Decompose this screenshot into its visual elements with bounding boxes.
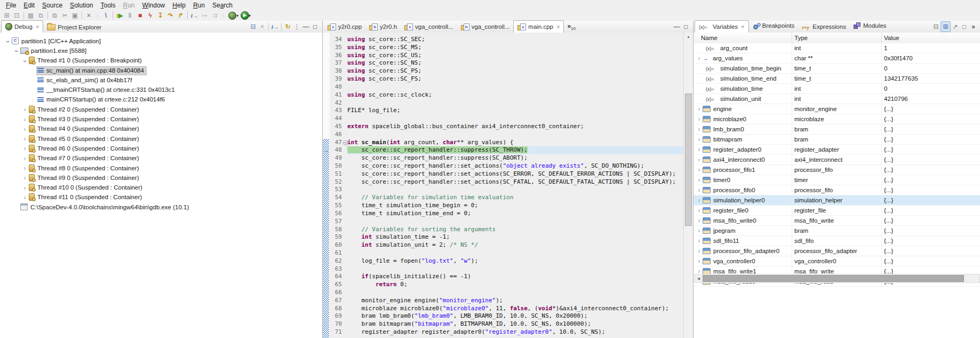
gutter-line[interactable]: 65 [330,281,342,289]
tab-vga-controll[interactable]: vga_controll... [401,21,457,33]
drop-to-frame-icon[interactable]: ↦ [200,11,210,20]
tab-y2r0-cpp[interactable]: y2r0.cpp [324,21,365,33]
code-line[interactable]: using sc_core::SC_PS; [347,67,684,75]
variable-row[interactable]: ›enginemonitor_engine{...} [694,104,980,114]
gutter-line[interactable]: 67 [330,297,342,305]
expander-icon[interactable]: › [696,105,703,113]
expander-icon[interactable]: › [696,176,703,184]
run-icon-dropdown[interactable]: ▾ [249,13,251,18]
close-icon[interactable]: × [741,23,744,30]
tab-overflow-chevron[interactable]: »10 [567,22,576,31]
expander-icon[interactable]: › [696,156,703,163]
code-line[interactable] [347,289,684,297]
close-icon[interactable]: × [556,23,560,30]
open-new-view-icon[interactable]: ↗ [951,22,960,32]
expander-icon[interactable]: › [696,125,703,133]
gutter-line[interactable]: 42 [330,99,342,107]
gutter-line[interactable]: 49 [330,154,342,162]
step-return-icon[interactable]: ↱ [176,11,186,20]
code-line[interactable] [347,83,684,91]
code-line[interactable] [347,218,684,226]
expander-icon[interactable]: › [696,207,703,214]
variable-row[interactable]: ›microblaze0microblaze{...} [694,114,980,124]
gutter-line[interactable]: 52 [330,178,342,186]
variable-row[interactable]: simulation_time_begintime_t0 [694,64,980,74]
debug-tree-item[interactable]: ›Thread #11 0 (Suspended : Container) [0,193,322,202]
tab-debug[interactable]: Debug× [1,20,43,33]
expander-icon[interactable]: › [696,237,703,245]
gutter-line[interactable]: 46 [330,131,342,139]
maximize-icon[interactable]: □ [310,22,320,32]
tab-expressions[interactable]: Expressions [798,21,850,33]
variable-row[interactable]: arg_countint1 [694,43,980,53]
open-element-icon[interactable]: ⊡ [12,11,22,20]
skip-all-breakpoints-icon[interactable]: \ [101,11,111,20]
variable-row[interactable]: ›register_adapter0register_adapter{...} [694,145,980,155]
menu-file[interactable]: File [2,2,20,9]
debug-tree-item[interactable]: sc_main() at main.cpp:48 0x404084 [0,66,322,75]
expander-icon[interactable]: › [21,145,28,152]
expander-icon[interactable]: › [696,136,703,143]
debug-icon-dropdown[interactable]: ▾ [236,13,238,18]
collapse-frames-icon[interactable]: ⊟ [249,22,258,32]
suspend-icon[interactable]: ‖ [125,11,135,20]
code-area[interactable]: using sc_core::SC_SEC;using sc_core::SC_… [347,33,684,338]
scrollbar-thumb[interactable] [685,93,692,226]
expander-icon[interactable]: › [21,174,28,182]
gutter-line[interactable]: 45 [330,123,342,131]
gutter-line[interactable]: 60 [330,241,342,249]
tab-y2r0-h[interactable]: y2r0.h [365,21,401,33]
column-header-value[interactable]: Value [881,33,980,43]
debug-icon[interactable] [228,12,236,20]
expander-icon[interactable]: › [21,194,28,201]
gutter-line[interactable]: 69 [330,312,342,320]
variable-row[interactable]: ›jpegrambram{...} [694,226,980,236]
expander-icon[interactable]: › [21,125,28,133]
code-line[interactable] [347,249,684,257]
menu-run[interactable]: Run [119,2,139,9]
scrollbar-thumb[interactable] [703,275,964,282]
code-editor[interactable]: → 34353637383940414243444546474849505152… [323,33,693,338]
delete-icon[interactable]: × [84,11,94,20]
code-line[interactable] [347,186,684,194]
gutter-line[interactable]: 57 [330,218,342,226]
debug-tree-item[interactable]: ›partition1.exe [5588] [0,46,322,56]
gutter-line[interactable]: 59 [330,233,342,241]
gutter-line[interactable]: 38 [330,67,342,75]
gutter-line[interactable]: 61 [330,249,342,257]
debug-tree-item[interactable]: ›Thread #6 0 (Suspended : Container) [0,144,322,153]
gutter-line[interactable]: 64 [330,273,342,281]
debug-tree-item[interactable]: ›Thread #2 0 (Suspended : Container) [0,105,322,114]
tab-project-explorer[interactable]: Project Explorer [43,21,105,33]
gutter-line[interactable]: 71 [330,328,342,336]
annotation-ruler[interactable] [323,33,330,338]
code-line[interactable]: microblaze microblaze0("microblaze0", 11… [347,305,684,313]
debug-launch-tree[interactable]: ›partition1 [C/C++ Application]›partitio… [0,33,322,338]
code-line[interactable]: sc_core::sc_report_handler::set_actions(… [347,178,684,186]
gutter-line[interactable]: 37 [330,59,342,67]
gutter-line[interactable]: 47 [330,139,342,147]
gutter-line[interactable]: 50 [330,162,342,170]
gutter-line[interactable]: 70 [330,320,342,328]
menu-tools[interactable]: Tools [97,2,119,9]
code-line[interactable]: // Variables for sorting the arguments [347,226,684,234]
show-type-names-icon[interactable]: ⊞ [941,21,951,32]
gutter-line[interactable]: 68 [330,305,342,313]
variable-row[interactable]: ›register_file0register_file{...} [694,206,980,216]
code-line[interactable]: int sc_main(int arg_count, char** arg_va… [347,139,684,147]
expander-icon[interactable]: › [696,247,703,255]
variable-row[interactable]: ›timer0timer{...} [694,175,980,185]
code-line[interactable]: sc_core::sc_report_handler::set_actions(… [347,170,684,178]
code-line[interactable]: extern spacelib_global::bus_container ax… [347,123,684,131]
gutter-line[interactable]: 44 [330,115,342,123]
minimize-icon[interactable]: — [301,22,310,32]
debug-tree-item[interactable]: ›Thread #8 0 (Suspended : Container) [0,163,322,173]
tab-vga-controll[interactable]: vga_controll... [457,21,514,33]
expander-icon[interactable]: › [21,58,29,65]
expander-icon[interactable]: › [696,54,703,62]
gutter-line[interactable]: 58 [330,226,342,234]
disconnect-icon[interactable]: ϟ [145,11,155,20]
expander-icon[interactable]: › [21,184,28,192]
menu-source[interactable]: Source [38,2,66,9]
debug-tree-item[interactable]: ›Thread #1 0 (Suspended : Breakpoint) [0,56,322,66]
